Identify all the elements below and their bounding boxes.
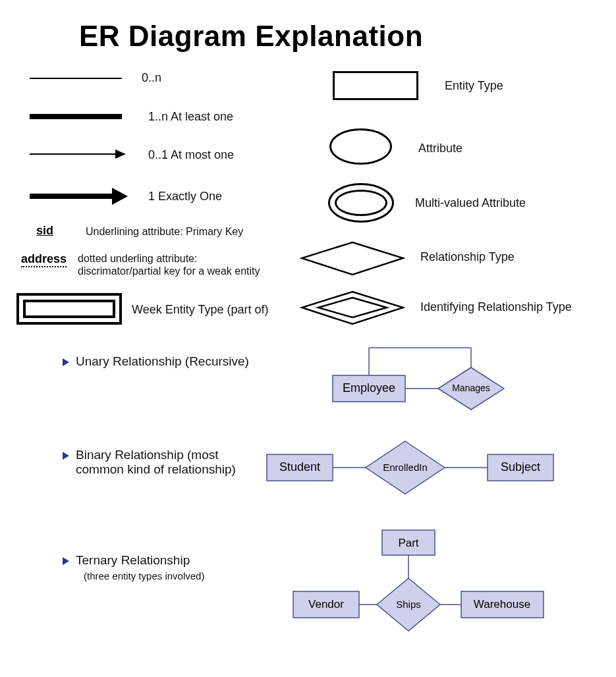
arrow-thick-icon	[30, 188, 128, 205]
identifying-relationship-label: Identifying Relationship Type	[420, 300, 572, 314]
bullet-icon	[63, 358, 69, 366]
identifying-relationship-icon	[300, 290, 405, 326]
binary-title-line2: common kind of relationship)	[76, 462, 236, 477]
multi-valued-label: Multi-valued Attribute	[415, 196, 526, 210]
unary-title: Unary Relationship (Recursive)	[76, 354, 249, 368]
svg-text:Ships: Ships	[396, 599, 421, 610]
svg-text:Part: Part	[398, 537, 418, 549]
unary-bullet: Unary Relationship (Recursive)	[63, 354, 249, 369]
svg-text:Manages: Manages	[452, 383, 490, 393]
svg-marker-0	[302, 242, 403, 275]
attribute-icon	[329, 128, 392, 165]
svg-text:Student: Student	[279, 460, 320, 474]
legend-zero-n-label: 0..n	[142, 71, 161, 85]
address-row: address	[21, 252, 67, 266]
ternary-subtitle: (three entity types involved)	[84, 570, 204, 582]
binary-diagram: Student EnrolledIn Subject	[264, 435, 580, 501]
ternary-diagram: Part Vendor Ships Warehouse	[264, 527, 580, 659]
relationship-icon	[300, 240, 405, 277]
svg-text:Warehouse: Warehouse	[474, 598, 530, 610]
legend-one	[30, 188, 128, 205]
sid-row: sid	[36, 224, 53, 238]
relationship-label: Relationship Type	[420, 250, 515, 264]
svg-text:Subject: Subject	[501, 460, 540, 474]
address-label: address	[21, 252, 67, 267]
attribute-label: Attribute	[418, 142, 462, 155]
bullet-icon	[63, 452, 69, 460]
svg-text:Vendor: Vendor	[308, 598, 344, 610]
sid-label: sid	[36, 224, 53, 237]
page-title: ER Diagram Explanation	[79, 20, 423, 53]
legend-one-n-label: 1..n At least one	[148, 110, 233, 124]
entity-type-label: Entity Type	[445, 79, 503, 93]
weak-entity-icon	[16, 293, 122, 325]
multi-valued-attribute-icon	[328, 183, 394, 223]
arrow-thin-icon	[30, 149, 126, 159]
line-thick-icon	[30, 114, 122, 119]
legend-one-label: 1 Exactly One	[148, 190, 222, 203]
legend-zero-n	[30, 78, 122, 79]
binary-bullet: Binary Relationship (most common kind of…	[63, 448, 236, 477]
bullet-icon	[63, 557, 69, 565]
legend-zero-one	[30, 149, 126, 159]
svg-text:Employee: Employee	[343, 381, 395, 394]
line-thin-icon	[30, 78, 122, 79]
legend-zero-one-label: 0..1 At most one	[148, 148, 234, 162]
unary-diagram: Employee Manages	[323, 336, 520, 415]
ternary-title: Ternary Relationship	[76, 553, 190, 567]
binary-title-line1: Binary Relationship (most	[76, 448, 218, 462]
er-diagram-page: ER Diagram Explanation 0..n 1..n At leas…	[0, 0, 616, 677]
entity-type-icon	[333, 71, 418, 100]
legend-one-n	[30, 114, 122, 119]
svg-text:EnrolledIn: EnrolledIn	[383, 462, 428, 473]
weak-entity-label: Week Entity Type (part of)	[132, 303, 268, 317]
address-desc-line2: discrimator/partial key for a weak entit…	[78, 265, 260, 279]
sid-desc: Underlining attribute: Primary Key	[86, 225, 243, 239]
address-desc-line1: dotted underling attribute:	[78, 252, 197, 266]
ternary-bullet: Ternary Relationship (three entity types…	[63, 553, 204, 582]
svg-marker-2	[318, 298, 387, 317]
